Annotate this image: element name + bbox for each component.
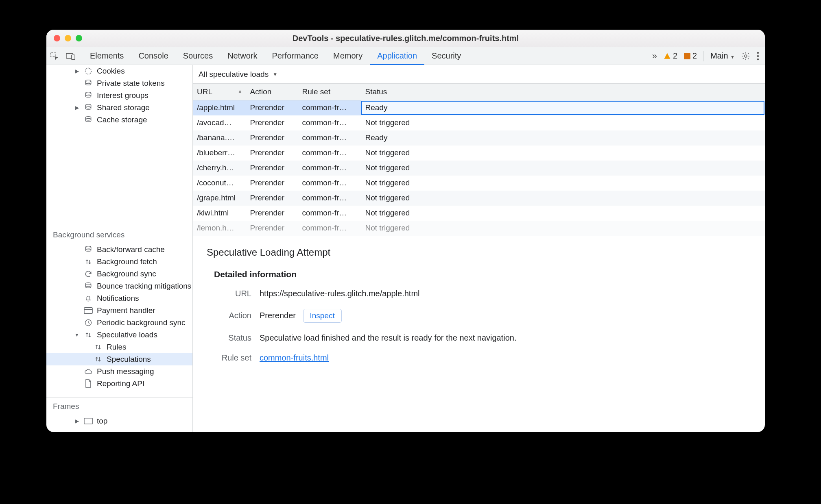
sidebar-item-bounce-tracking-mitigations[interactable]: Bounce tracking mitigations bbox=[46, 280, 192, 292]
sidebar-item-label: Push messaging bbox=[97, 367, 154, 376]
tab-elements[interactable]: Elements bbox=[83, 47, 131, 65]
frame-icon bbox=[84, 417, 93, 426]
more-tabs-icon[interactable]: » bbox=[652, 51, 657, 61]
db-icon bbox=[84, 245, 93, 254]
svg-point-14 bbox=[85, 282, 91, 285]
cell-status: Ready bbox=[361, 100, 765, 115]
updown-icon bbox=[84, 330, 93, 339]
svg-point-5 bbox=[757, 52, 759, 53]
cell-ruleset: common-fr… bbox=[298, 161, 361, 176]
inspect-button[interactable]: Inspect bbox=[303, 309, 342, 323]
divider bbox=[46, 223, 192, 223]
col-header-action[interactable]: Action bbox=[246, 84, 298, 100]
table-row[interactable]: /lemon.h…Prerendercommon-fr…Not triggere… bbox=[193, 221, 765, 236]
expand-icon[interactable]: ▶ bbox=[74, 418, 80, 424]
expand-icon[interactable]: ▼ bbox=[74, 332, 80, 338]
sidebar-item-speculations[interactable]: Speculations bbox=[46, 353, 192, 365]
sidebar-item-notifications[interactable]: Notifications bbox=[46, 292, 192, 304]
cell-url: /blueberr… bbox=[193, 146, 246, 161]
svg-point-12 bbox=[85, 117, 91, 119]
sidebar-item-payment-handler[interactable]: Payment handler bbox=[46, 304, 192, 317]
cell-url: /kiwi.html bbox=[193, 206, 246, 221]
settings-icon[interactable] bbox=[741, 52, 750, 61]
sidebar-item-background-fetch[interactable]: Background fetch bbox=[46, 256, 192, 268]
col-header-ruleset[interactable]: Rule set bbox=[298, 84, 361, 100]
sidebar-item-shared-storage[interactable]: ▶Shared storage bbox=[46, 102, 192, 114]
warnings-badge[interactable]: 2 bbox=[664, 51, 677, 61]
cell-action: Prerender bbox=[246, 191, 298, 206]
tab-performance[interactable]: Performance bbox=[265, 47, 326, 65]
sidebar-item-speculative-loads[interactable]: ▼Speculative loads bbox=[46, 329, 192, 341]
clock-icon bbox=[84, 318, 93, 327]
cell-ruleset: common-fr… bbox=[298, 221, 361, 236]
tab-security[interactable]: Security bbox=[424, 47, 468, 65]
minimize-window-button[interactable] bbox=[65, 35, 71, 41]
speculation-detail: Speculative Loading Attempt Detailed inf… bbox=[193, 236, 765, 432]
tab-application[interactable]: Application bbox=[370, 47, 424, 65]
svg-rect-3 bbox=[684, 53, 690, 59]
tab-console[interactable]: Console bbox=[131, 47, 175, 65]
sidebar-item-background-sync[interactable]: Background sync bbox=[46, 268, 192, 280]
application-sidebar: ▶CookiesPrivate state tokensInterest gro… bbox=[46, 65, 193, 432]
cell-status: Ready bbox=[361, 130, 765, 146]
expand-icon[interactable]: ▶ bbox=[74, 105, 80, 111]
inspect-element-icon[interactable] bbox=[46, 52, 63, 61]
close-window-button[interactable] bbox=[54, 35, 60, 41]
svg-point-13 bbox=[85, 246, 91, 248]
sidebar-item-rules[interactable]: Rules bbox=[46, 341, 192, 353]
table-row[interactable]: /blueberr…Prerendercommon-fr…Not trigger… bbox=[193, 146, 765, 161]
sidebar-item-label: Interest groups bbox=[97, 91, 148, 100]
frame-top[interactable]: ▶ top bbox=[46, 415, 192, 427]
col-header-url[interactable]: URL▲ bbox=[193, 84, 246, 100]
expand-icon[interactable]: ▶ bbox=[74, 68, 80, 74]
sidebar-item-label: Cookies bbox=[97, 67, 125, 76]
issues-badge[interactable]: 2 bbox=[684, 51, 697, 61]
sidebar-item-label: Periodic background sync bbox=[97, 318, 186, 327]
cell-ruleset: common-fr… bbox=[298, 146, 361, 161]
cell-action: Prerender bbox=[246, 146, 298, 161]
sidebar-item-periodic-background-sync[interactable]: Periodic background sync bbox=[46, 317, 192, 329]
cell-url: /avocad… bbox=[193, 115, 246, 130]
detail-url-label: URL bbox=[214, 289, 251, 298]
more-options-icon[interactable] bbox=[757, 52, 759, 61]
svg-rect-18 bbox=[84, 418, 92, 424]
table-row[interactable]: /banana.…Prerendercommon-fr…Ready bbox=[193, 130, 765, 146]
sidebar-item-cookies[interactable]: ▶Cookies bbox=[46, 65, 192, 77]
sidebar-item-label: Cache storage bbox=[97, 115, 147, 124]
table-row[interactable]: /kiwi.htmlPrerendercommon-fr…Not trigger… bbox=[193, 206, 765, 221]
devtools-tabbar: ElementsConsoleSourcesNetworkPerformance… bbox=[46, 47, 765, 65]
sidebar-item-label: Back/forward cache bbox=[97, 245, 165, 254]
table-row[interactable]: /apple.htmlPrerendercommon-fr…Ready bbox=[193, 100, 765, 115]
cell-action: Prerender bbox=[246, 130, 298, 146]
sidebar-item-cache-storage[interactable]: Cache storage bbox=[46, 114, 192, 126]
table-row[interactable]: /grape.htmlPrerendercommon-fr…Not trigge… bbox=[193, 191, 765, 206]
table-row[interactable]: /coconut…Prerendercommon-fr…Not triggere… bbox=[193, 176, 765, 191]
sidebar-item-reporting-api[interactable]: Reporting API bbox=[46, 378, 192, 390]
sidebar-item-interest-groups[interactable]: Interest groups bbox=[46, 89, 192, 102]
tab-network[interactable]: Network bbox=[220, 47, 264, 65]
context-selector[interactable]: Main ▼ bbox=[710, 51, 735, 61]
detail-ruleset-label: Rule set bbox=[214, 353, 251, 363]
table-row[interactable]: /cherry.h…Prerendercommon-fr…Not trigger… bbox=[193, 161, 765, 176]
cookie-icon bbox=[84, 67, 93, 76]
card-icon bbox=[84, 306, 93, 315]
sidebar-item-label: Reporting API bbox=[97, 379, 144, 388]
col-header-status[interactable]: Status bbox=[361, 84, 765, 100]
svg-point-8 bbox=[85, 68, 92, 74]
filter-dropdown[interactable]: All speculative loads ▼ bbox=[193, 65, 765, 84]
sidebar-item-push-messaging[interactable]: Push messaging bbox=[46, 365, 192, 378]
detail-url-value: https://speculative-rules.glitch.me/appl… bbox=[260, 289, 420, 298]
cell-action: Prerender bbox=[246, 206, 298, 221]
cell-action: Prerender bbox=[246, 161, 298, 176]
tab-memory[interactable]: Memory bbox=[326, 47, 370, 65]
titlebar: DevTools - speculative-rules.glitch.me/c… bbox=[46, 30, 765, 47]
detail-heading: Speculative Loading Attempt bbox=[207, 247, 751, 258]
db-icon bbox=[84, 115, 93, 124]
device-toolbar-icon[interactable] bbox=[63, 52, 79, 60]
table-row[interactable]: /avocad…Prerendercommon-fr…Not triggered bbox=[193, 115, 765, 130]
tab-sources[interactable]: Sources bbox=[176, 47, 220, 65]
sidebar-item-private-state-tokens[interactable]: Private state tokens bbox=[46, 77, 192, 89]
zoom-window-button[interactable] bbox=[76, 35, 82, 41]
detail-ruleset-link[interactable]: common-fruits.html bbox=[260, 353, 329, 362]
sidebar-item-back-forward-cache[interactable]: Back/forward cache bbox=[46, 243, 192, 256]
